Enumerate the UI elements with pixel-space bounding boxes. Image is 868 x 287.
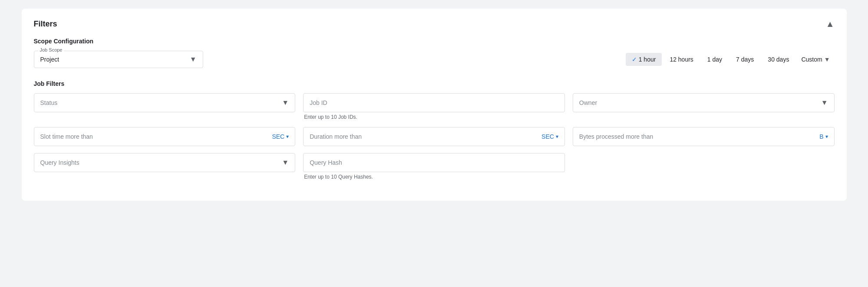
status-col: Status ▼ [34,93,296,112]
slot-time-col: Slot time more than SEC ▾ [34,127,296,146]
duration-unit-value: SEC [541,133,554,140]
owner-col: Owner ▼ [573,93,835,112]
panel-title: Filters [34,20,57,29]
query-hash-hint: Enter up to 10 Query Hashes. [303,174,565,180]
owner-select[interactable]: Owner ▼ [573,93,835,112]
job-id-field[interactable] [303,93,565,112]
time-range-bar: ✓1 hour 12 hours 1 day 7 days 30 days Cu… [626,53,835,66]
bytes-unit-selector[interactable]: B ▾ [819,133,828,140]
slot-time-unit-value: SEC [272,133,284,140]
duration-label: Duration more than [310,133,362,140]
bytes-label: Bytes processed more than [579,133,653,140]
query-insights-label: Query Insights [40,159,79,166]
time-btn-1day[interactable]: 1 day [701,53,728,66]
job-id-wrapper: Enter up to 10 Job IDs. [303,93,565,120]
duration-unit-selector[interactable]: SEC ▾ [541,133,558,140]
scope-row: Job Scope Project ▼ ✓1 hour 12 hours 1 d… [34,51,835,68]
duration-col: Duration more than SEC ▾ [303,127,565,146]
query-hash-wrapper: Enter up to 10 Query Hashes. [303,153,565,180]
job-filters-section: Job Filters Status ▼ Enter up to 10 Job … [34,80,835,180]
time-btn-7days[interactable]: 7 days [730,53,760,66]
job-id-hint: Enter up to 10 Job IDs. [303,114,565,120]
query-hash-field[interactable] [303,153,565,172]
custom-arrow-icon: ▼ [824,56,830,63]
owner-arrow-icon: ▼ [821,99,828,107]
status-arrow-icon: ▼ [282,99,289,107]
bytes-unit-arrow-icon: ▾ [825,134,828,140]
scope-section-title: Scope Configuration [34,38,835,45]
slot-time-label: Slot time more than [40,133,93,140]
query-hash-input[interactable] [310,159,558,166]
duration-unit-arrow-icon: ▾ [556,134,558,140]
slot-time-field[interactable]: Slot time more than SEC ▾ [34,127,296,146]
filter-row-1: Status ▼ Enter up to 10 Job IDs. Owner ▼ [34,93,835,120]
job-id-input[interactable] [310,99,558,106]
filter-row-2: Slot time more than SEC ▾ Duration more … [34,127,835,146]
query-insights-arrow-icon: ▼ [282,159,289,166]
filters-panel: Filters ▲ Scope Configuration Job Scope … [22,9,847,201]
bytes-col: Bytes processed more than B ▾ [573,127,835,146]
job-scope-arrow-icon: ▼ [190,55,197,63]
query-hash-col: Enter up to 10 Query Hashes. [303,153,565,180]
bytes-field[interactable]: Bytes processed more than B ▾ [573,127,835,146]
job-scope-select[interactable]: Project ▼ [34,51,203,68]
time-btn-12hours[interactable]: 12 hours [663,53,699,66]
custom-button[interactable]: Custom ▼ [797,53,834,66]
query-insights-select[interactable]: Query Insights ▼ [34,153,296,172]
time-btn-1hour[interactable]: ✓1 hour [626,53,662,66]
slot-time-unit-selector[interactable]: SEC ▾ [272,133,289,140]
job-filters-title: Job Filters [34,80,835,87]
time-btn-30days[interactable]: 30 days [762,53,795,66]
job-scope-value: Project [40,56,59,63]
job-id-col: Enter up to 10 Job IDs. [303,93,565,120]
custom-label: Custom [801,56,822,63]
duration-field[interactable]: Duration more than SEC ▾ [303,127,565,146]
status-select[interactable]: Status ▼ [34,93,296,112]
bytes-unit-value: B [819,133,823,140]
status-label: Status [40,99,58,106]
collapse-icon[interactable]: ▲ [826,19,835,29]
slot-time-unit-arrow-icon: ▾ [286,134,289,140]
filter-row-3: Query Insights ▼ Enter up to 10 Query Ha… [34,153,835,180]
query-insights-col: Query Insights ▼ [34,153,296,172]
job-scope-wrapper: Job Scope Project ▼ [34,51,203,68]
check-icon: ✓ [632,56,637,63]
owner-label: Owner [579,99,597,106]
panel-header: Filters ▲ [34,19,835,29]
job-scope-label: Job Scope [38,47,64,52]
